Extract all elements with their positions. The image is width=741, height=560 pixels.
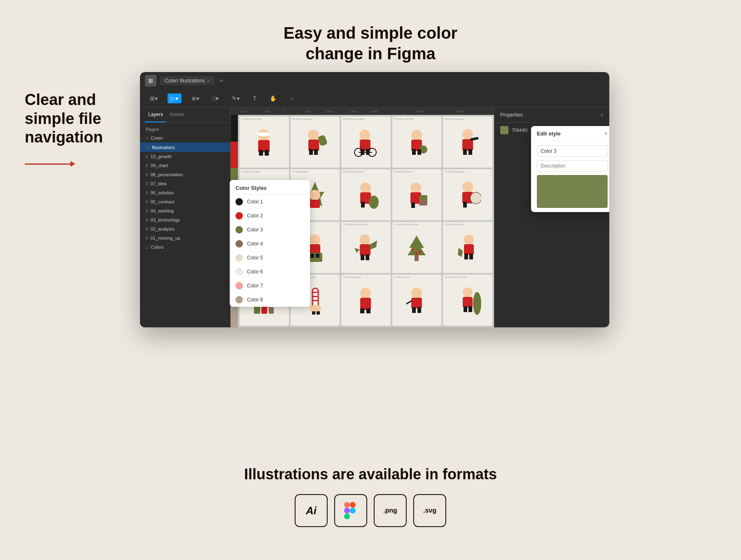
svg-rect-76: [469, 254, 473, 259]
svg-point-46: [462, 182, 473, 192]
add-tab-icon[interactable]: +: [219, 77, 223, 84]
description-input[interactable]: [537, 160, 608, 172]
ruler-n4: 500: [305, 110, 310, 113]
props-header: Properties +: [494, 107, 609, 123]
color-style-label-5: Color 5: [247, 255, 263, 261]
svg-rect-64: [366, 254, 369, 260]
color-style-8[interactable]: Color 8: [230, 293, 310, 307]
tab-layers[interactable]: Layers: [145, 107, 166, 122]
layer-06solution[interactable]: # 06_solution: [140, 188, 230, 197]
layer-05contract[interactable]: # 05_contract: [140, 197, 230, 206]
layer-04working[interactable]: # 04_working: [140, 206, 230, 215]
svg-point-70: [419, 251, 421, 253]
layers-panel: Layers Assets Pages □ Cover ✓ Illustrati…: [140, 107, 231, 327]
layer-illustrations[interactable]: ✓ Illustrations: [140, 142, 230, 152]
layer-10growth[interactable]: # 10_growth: [140, 152, 230, 161]
svg-rect-96: [412, 307, 416, 313]
layer-10growth-label: 10_growth: [151, 154, 172, 159]
modal-body: [531, 141, 609, 212]
fill-color-swatch[interactable]: [500, 126, 508, 134]
svg-marker-62: [370, 240, 377, 250]
svg-rect-106: [344, 513, 350, 519]
illus-label-10: 10 Santa presents: [445, 170, 465, 173]
layer-cover[interactable]: □ Cover: [140, 133, 230, 142]
frame-icon: #: [146, 236, 148, 240]
layer-04working-label: 04_working: [151, 208, 174, 213]
frame-icon: #: [146, 218, 148, 222]
color-style-label-3: Color 3: [247, 227, 263, 233]
file-tab[interactable]: Cuterr Illustrations ×: [160, 76, 214, 85]
layer-08presentation[interactable]: # 08_presentation: [140, 170, 230, 179]
layer-03technology[interactable]: # 03_technology: [140, 215, 230, 224]
tool-pen[interactable]: ✎▾: [228, 93, 243, 103]
illus-label-1: 01 Santa and cake: [241, 118, 262, 120]
color-style-1[interactable]: Color 1: [230, 195, 310, 209]
tool-frame[interactable]: ⊕▾: [188, 93, 203, 103]
illus-cell-4: 04 Santa with ball: [392, 117, 442, 168]
illus-svg-2: [302, 127, 329, 158]
layer-07idea[interactable]: # 07_idea: [140, 179, 230, 188]
frame-icon: #: [146, 154, 148, 159]
figma-window: ⊞ Cuterr Illustrations × + ⊞▾ ▷▾ ⊕▾ □▾ ✎…: [140, 72, 609, 327]
layer-colors[interactable]: □ Colors: [140, 243, 230, 252]
bottom-section: Illustrations are available in formats A…: [244, 465, 497, 527]
illus-svg-18: [352, 285, 379, 316]
modal-close-icon[interactable]: ×: [604, 130, 608, 137]
svg-rect-88: [312, 311, 315, 315]
tool-comment[interactable]: ○: [287, 93, 296, 103]
svg-point-55: [310, 234, 320, 245]
frame-icon: #: [146, 182, 148, 186]
svg-rect-91: [360, 298, 371, 310]
color-style-3[interactable]: Color 3: [230, 223, 310, 237]
illus-label-9: 09 Santa gift box: [394, 170, 412, 173]
illus-svg-13: [352, 232, 379, 263]
color-style-7[interactable]: Color 7: [230, 279, 310, 293]
props-add-icon[interactable]: +: [600, 112, 604, 118]
edit-style-modal: Edit style ×: [531, 126, 609, 212]
arrow-decoration: [25, 163, 74, 165]
tool-hand[interactable]: ✋: [266, 93, 280, 103]
svg-rect-107: [350, 502, 356, 508]
rect-icon: □: [146, 245, 148, 250]
left-section: Clear and simple file navigation: [25, 91, 132, 165]
home-icon[interactable]: ⊞: [145, 75, 156, 86]
illus-label-19: 19 Forest tree: [394, 276, 409, 278]
color-name-input[interactable]: [537, 145, 608, 157]
color-style-5[interactable]: Color 5: [230, 251, 310, 265]
svg-rect-93: [366, 308, 370, 313]
ruler-n5: 1000: [325, 110, 333, 113]
frame-icon: #: [146, 191, 148, 195]
svg-point-6: [308, 130, 319, 140]
svg-rect-27: [468, 149, 472, 155]
illus-cell-1: 01 Santa and cake: [240, 117, 289, 168]
tab-assets[interactable]: Assets: [166, 107, 188, 122]
svg-rect-89: [317, 311, 320, 315]
svg-marker-65: [354, 248, 360, 253]
tab-close-icon[interactable]: ×: [207, 79, 210, 83]
illus-svg-5: [454, 127, 481, 158]
color-style-6[interactable]: Color 6: [230, 265, 310, 279]
format-ai: Ai: [295, 494, 328, 527]
svg-point-108: [350, 508, 356, 513]
illus-svg-19: [403, 285, 430, 316]
color-style-4[interactable]: Color 4: [230, 237, 310, 251]
color-style-2[interactable]: Color 2: [230, 209, 310, 223]
tool-select[interactable]: ▷▾: [168, 93, 182, 103]
svg-rect-45: [411, 203, 415, 208]
layer-01movingup[interactable]: # 01_moving_up: [140, 233, 230, 243]
tool-text[interactable]: T: [249, 93, 260, 103]
layer-02analysis[interactable]: # 02_analysis: [140, 224, 230, 233]
svg-point-11: [359, 130, 370, 140]
tool-shape[interactable]: □▾: [209, 93, 222, 103]
illus-svg-15: [454, 232, 481, 263]
color-style-label-1: Color 1: [247, 199, 263, 205]
layer-03technology-label: 03_technology: [151, 217, 180, 222]
svg-rect-3: [265, 150, 269, 156]
tool-grid[interactable]: ⊞▾: [147, 93, 161, 103]
illus-svg-10: [454, 180, 481, 210]
svg-point-101: [473, 292, 481, 315]
svg-point-69: [411, 248, 414, 251]
layer-09chart[interactable]: # 09_chart: [140, 161, 230, 170]
props-icons: +: [600, 112, 604, 118]
layer-07idea-label: 07_idea: [151, 181, 167, 186]
